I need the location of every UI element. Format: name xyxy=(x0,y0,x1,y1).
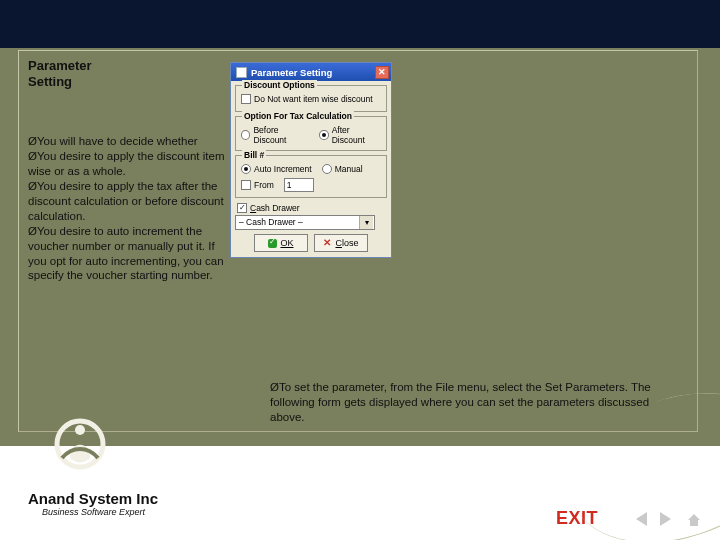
checkbox-icon xyxy=(241,94,251,104)
ok-button-label: OK xyxy=(280,238,293,248)
company-name: Anand System Inc xyxy=(28,490,158,507)
chk-from[interactable]: From xyxy=(241,180,274,190)
radio-manual-label: Manual xyxy=(335,164,363,174)
dialog-title: Parameter Setting xyxy=(251,67,375,78)
bullet-2: You desire to apply the discount item wi… xyxy=(28,150,224,177)
bullet-icon: Ø xyxy=(28,135,37,147)
radio-before-label: Before Discount xyxy=(253,125,309,145)
slide-title: Parameter Setting xyxy=(28,58,92,91)
nav-prev-button[interactable] xyxy=(636,512,652,526)
triangle-left-icon xyxy=(636,512,647,526)
from-number-input[interactable]: 1 xyxy=(284,178,314,192)
group-bill-number: Bill # Auto Increment Manual From 1 xyxy=(235,155,387,198)
close-x-icon: ✕ xyxy=(323,239,332,248)
ok-icon xyxy=(268,239,277,248)
nav-next-button[interactable] xyxy=(660,512,676,526)
right-bullet-text: To set the parameter, from the File menu… xyxy=(270,381,651,423)
group-legend: Bill # xyxy=(242,150,266,160)
bullet-icon: Ø xyxy=(28,180,37,192)
home-icon xyxy=(686,512,702,528)
dialog-titlebar[interactable]: Parameter Setting ✕ xyxy=(231,63,391,81)
radio-after-discount[interactable]: After Discount xyxy=(319,125,381,145)
checkbox-icon: ✓ xyxy=(237,203,247,213)
radio-manual[interactable]: Manual xyxy=(322,164,363,174)
cash-drawer-select[interactable]: – Cash Drawer – xyxy=(235,215,375,230)
svg-point-1 xyxy=(75,425,85,435)
close-icon[interactable]: ✕ xyxy=(375,66,389,79)
triangle-right-icon xyxy=(660,512,671,526)
group-discount-options: Discount Options Do Not want item wise d… xyxy=(235,85,387,112)
company-tagline: Business Software Expert xyxy=(42,507,158,517)
bullet-1: You will have to decide whether xyxy=(37,135,198,147)
chk-itemwise-discount[interactable]: Do Not want item wise discount xyxy=(241,94,373,104)
checkbox-icon xyxy=(241,180,251,190)
dialog-body: Discount Options Do Not want item wise d… xyxy=(231,81,391,257)
radio-icon xyxy=(241,164,251,174)
ok-button[interactable]: OK xyxy=(254,234,308,252)
company-footer: Anand System Inc Business Software Exper… xyxy=(28,490,158,517)
title-line-1: Parameter xyxy=(28,58,92,73)
radio-icon xyxy=(322,164,332,174)
chk-cash-drawer[interactable]: ✓ Cash Drawer xyxy=(237,203,300,213)
close-button[interactable]: ✕ Close xyxy=(314,234,368,252)
nav-home-button[interactable] xyxy=(686,512,702,528)
chk-cash-label: Cash Drawer xyxy=(250,203,300,213)
radio-after-label: After Discount xyxy=(332,125,381,145)
parameter-setting-dialog: Parameter Setting ✕ Discount Options Do … xyxy=(230,62,392,258)
chk-itemwise-label: Do Not want item wise discount xyxy=(254,94,373,104)
left-bullets: ØYou will have to decide whether ØYou de… xyxy=(28,134,226,283)
bullet-icon: Ø xyxy=(270,381,279,393)
company-logo xyxy=(52,416,108,472)
bullet-icon: Ø xyxy=(28,225,37,237)
group-legend: Option For Tax Calculation xyxy=(242,111,354,121)
chk-from-label: From xyxy=(254,180,274,190)
bullet-icon: Ø xyxy=(28,150,37,162)
group-tax-calc: Option For Tax Calculation Before Discou… xyxy=(235,116,387,151)
radio-icon xyxy=(241,130,250,140)
close-button-label: Close xyxy=(335,238,358,248)
right-bullet: ØTo set the parameter, from the File men… xyxy=(270,380,670,425)
title-line-2: Setting xyxy=(28,74,72,89)
group-legend: Discount Options xyxy=(242,80,317,90)
bullet-3: You desire to apply the tax after the di… xyxy=(28,180,224,222)
radio-autoinc-label: Auto Increment xyxy=(254,164,312,174)
radio-icon xyxy=(319,130,328,140)
dialog-app-icon xyxy=(236,67,247,78)
radio-before-discount[interactable]: Before Discount xyxy=(241,125,309,145)
top-band xyxy=(0,0,720,48)
exit-button[interactable]: EXIT xyxy=(556,508,598,529)
radio-auto-increment[interactable]: Auto Increment xyxy=(241,164,312,174)
bullet-4: You desire to auto increment the voucher… xyxy=(28,225,224,282)
